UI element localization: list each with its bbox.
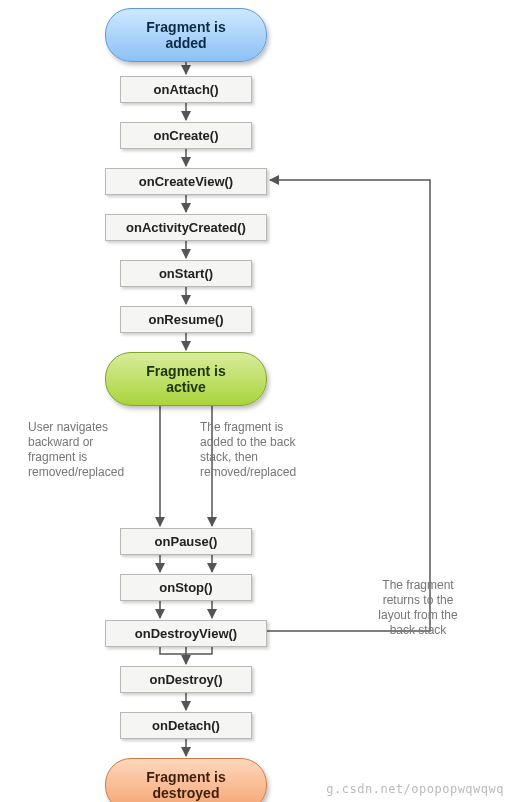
annot-text: added to the back bbox=[200, 435, 295, 449]
call-ondestroy: onDestroy() bbox=[120, 666, 252, 693]
annotation-right: The fragment is added to the back stack,… bbox=[200, 420, 340, 480]
annot-text: removed/replaced bbox=[28, 465, 124, 479]
annot-text: removed/replaced bbox=[200, 465, 296, 479]
call-oncreateview: onCreateView() bbox=[105, 168, 267, 195]
annotation-back: The fragment returns to the layout from … bbox=[348, 578, 488, 638]
state-active-l2: active bbox=[166, 379, 206, 395]
annot-text: The fragment is bbox=[200, 420, 283, 434]
call-onattach: onAttach() bbox=[120, 76, 252, 103]
diagram-canvas: .col{left:186px !important;} Fragment is… bbox=[0, 0, 512, 802]
call-onactivitycreated: onActivityCreated() bbox=[105, 214, 267, 241]
annot-text: The fragment bbox=[382, 578, 453, 592]
annot-text: User navigates bbox=[28, 420, 108, 434]
call-onpause: onPause() bbox=[120, 528, 252, 555]
annot-text: backward or bbox=[28, 435, 93, 449]
annot-text: back stack bbox=[390, 623, 447, 637]
call-onresume: onResume() bbox=[120, 306, 252, 333]
state-destroyed-l1: Fragment is bbox=[146, 769, 225, 785]
call-onstart: onStart() bbox=[120, 260, 252, 287]
state-added: Fragment is added bbox=[105, 8, 267, 62]
state-active-l1: Fragment is bbox=[146, 363, 225, 379]
annot-text: returns to the bbox=[383, 593, 454, 607]
call-ondestroyview: onDestroyView() bbox=[105, 620, 267, 647]
annot-text: layout from the bbox=[378, 608, 457, 622]
annot-text: fragment is bbox=[28, 450, 87, 464]
call-onstop: onStop() bbox=[120, 574, 252, 601]
annot-text: stack, then bbox=[200, 450, 258, 464]
state-added-l1: Fragment is bbox=[146, 19, 225, 35]
state-destroyed-l2: destroyed bbox=[153, 785, 220, 801]
annotation-left: User navigates backward or fragment is r… bbox=[28, 420, 158, 480]
state-added-l2: added bbox=[165, 35, 206, 51]
state-active: Fragment is active bbox=[105, 352, 267, 406]
watermark: g.csdn.net/opopopwqwqwq bbox=[326, 782, 504, 796]
call-ondetach: onDetach() bbox=[120, 712, 252, 739]
call-oncreate: onCreate() bbox=[120, 122, 252, 149]
state-destroyed: Fragment is destroyed bbox=[105, 758, 267, 802]
